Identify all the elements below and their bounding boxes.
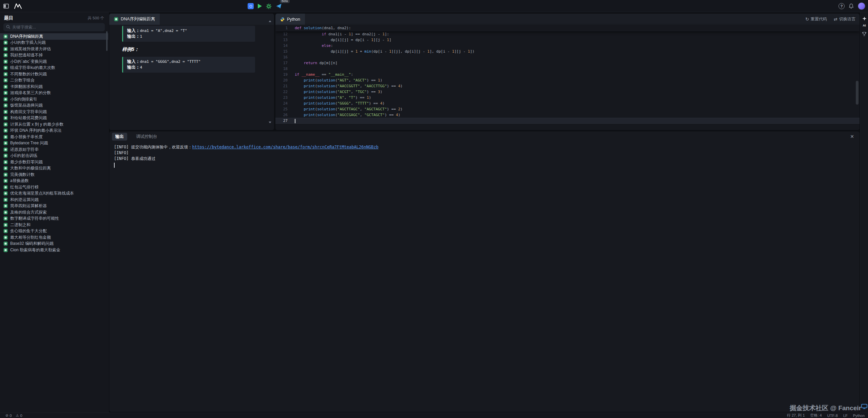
code-text: print(solution("AACCGGTT", "AACCTTGG") =… [288,83,403,89]
sidebar-item[interactable]: 最大相等分割红包金额 [0,234,108,241]
sidebar-item[interactable]: 完美偶数计数 [0,171,108,178]
problem-icon [3,166,8,170]
settings-button[interactable] [266,3,272,9]
search-box[interactable] [3,23,105,31]
scroll-up-icon[interactable] [269,20,271,22]
sample-row: 输入：dna1 = "A",dna2 = "T" [127,28,251,34]
sidebar-toggle-icon[interactable] [3,4,9,8]
language-mode[interactable]: Python [853,414,865,418]
sidebar-item[interactable]: 卡牌翻面求和问题 [0,84,108,90]
sidebar-item[interactable]: 和的逆运算问题 [0,197,108,203]
sidebar-item[interactable]: 小S的倒排索引 [0,96,108,103]
notifications-icon[interactable] [849,3,854,9]
warnings-count[interactable]: 0 [20,414,22,418]
encoding[interactable]: UTF-8 [827,414,838,418]
code-line: 27 [275,118,860,124]
sidebar-item[interactable]: 还原原始字符串 [0,146,108,153]
sidebar-item[interactable]: 环状 DNA 序列的最小表示法 [0,128,108,134]
problem-icon [3,110,8,114]
indentation[interactable]: 空格: 4 [810,413,822,418]
switch-language-icon: ⇄ [834,17,837,22]
sidebar-item-label: 游戏排名第三大的分数 [10,90,51,96]
sidebar-item[interactable]: 游戏英雄升级潜力评估 [0,46,108,52]
sidebar-item[interactable]: 简单四则运算解析器 [0,203,108,210]
cursor-position[interactable]: 行 27, 列 1 [787,413,805,418]
avatar[interactable] [858,2,865,10]
sample-row: 输出：1 [127,34,251,39]
screen-share-button[interactable] [861,404,868,411]
app-logo[interactable] [14,3,22,9]
preview-button[interactable] [248,3,254,9]
statusbar: ⊘ 0 ⚠ 0 行 27, 列 1 空格: 4 UTF-8 LF Python [0,413,868,418]
sidebar-title: 题目 [4,15,13,21]
sidebar-item[interactable]: 小U的数字插入问题 [0,40,108,46]
reset-icon: ↻ [805,17,809,22]
problem-icon [3,185,8,189]
sidebar-item[interactable]: 我好想逃却逃不掉 [0,52,108,59]
contest-button[interactable] [861,32,868,38]
share-button[interactable] [276,3,282,9]
sidebar-item-label: 红包运气排行榜 [10,184,39,190]
tab-problem[interactable]: DNA序列编辑距离 [109,14,160,25]
sidebar-item[interactable]: 贪心猫的鱼干大分配 [0,228,108,235]
switch-language-button[interactable]: ⇄ 切换语言 [834,16,855,22]
problem-list: DNA序列编辑距离小U的数字插入问题游戏英雄升级潜力评估我好想逃却逃不掉小D的`… [0,33,108,253]
sidebar-item[interactable]: 最少步数归零问题 [0,159,108,165]
close-icon[interactable]: ✕ [850,134,854,139]
sidebar-item-label: 构造回文字符串问题 [10,109,47,115]
scroll-down-icon[interactable] [269,122,271,123]
sidebar-item-label: 二进制之和 [10,222,31,228]
editor-scrollbar[interactable] [856,81,859,105]
sidebar-item[interactable]: 饭馆菜品选择问题 [0,103,108,109]
sidebar-item[interactable]: 及格的组合方式探索 [0,209,108,216]
errors-icon[interactable]: ⊘ [5,414,8,417]
sidebar-item[interactable]: 数字翻译成字符串的可能性 [0,216,108,222]
sidebar-item-label: 还原原始字符串 [10,147,39,152]
reset-code-button[interactable]: ↻ 重置代码 [805,16,827,22]
code-area[interactable]: 1 def solution(dna1, dna2): 12 if dna1[i… [275,25,860,130]
sidebar-item[interactable]: Bytedance Tree 问题 [0,140,108,147]
errors-count[interactable]: 0 [9,414,12,418]
sidebar-item[interactable]: 小E的射击训练 [0,153,108,159]
eol[interactable]: LF [843,414,848,418]
sidebar-item[interactable]: 构造回文字符串问题 [0,109,108,115]
tab-debug-console[interactable]: 调试控制台 [133,133,161,141]
sidebar-scrollbar[interactable] [106,31,108,51]
sidebar-item[interactable]: 红包运气排行榜 [0,184,108,190]
code-line: 16 [275,54,860,60]
sidebar-item[interactable]: 游戏排名第三大的分数 [0,90,108,96]
problem-icon [3,66,8,70]
line-number: 20 [275,77,288,83]
ai-assistant-button[interactable]: AI [861,12,868,27]
sidebar-item[interactable]: 大数和中的极值位距离 [0,165,108,172]
line-number: 23 [275,95,288,101]
search-input[interactable] [12,25,102,30]
console-link[interactable]: https://bytedance.larkoffice.com/share/b… [192,145,379,149]
sidebar-item[interactable]: 优化青海湖至景点X的租车路线成本 [0,190,108,197]
help-icon[interactable]: ? [838,3,845,9]
sidebar-item[interactable]: 计算从位置 x 到 y 的最少步数 [0,121,108,128]
sidebar-item[interactable]: DNA序列编辑距离 [0,33,108,40]
sidebar-item[interactable]: 二进制之和 [0,222,108,228]
tab-python[interactable]: Python [275,14,305,25]
tab-output[interactable]: 输出 [112,133,127,141]
problem-icon [3,241,8,246]
sidebar-item[interactable]: 小D的`abc`变换问题 [0,58,108,65]
sidebar-item-label: 小U的数字插入问题 [10,40,46,46]
sidebar-item[interactable]: a替换函数 [0,178,108,184]
sidebar-item[interactable]: Base32 编码和解码问题 [0,241,108,247]
problem-file-icon [114,17,118,21]
code-line: 23 print(solution("A", "T") == 1) [275,95,860,101]
sidebar-item[interactable]: Cion 勒索病毒的最大勒索金 [0,247,108,253]
problem-icon [3,248,8,252]
sidebar-item[interactable]: 最小替换子串长度 [0,134,108,140]
code-line: 21 print(solution("AACCGGTT", "AACCTTGG"… [275,83,860,89]
warnings-icon[interactable]: ⚠ [16,414,19,417]
sidebar-item[interactable]: 二分数字组合 [0,77,108,84]
run-button[interactable] [258,4,262,8]
sidebar-item[interactable]: 不同整数的计数问题 [0,71,108,77]
sidebar-item[interactable]: 组成字符串ku的最大次数 [0,65,108,71]
sidebar-item-label: DNA序列编辑距离 [10,34,43,39]
sidebar-item[interactable]: 补给站最优花费问题 [0,115,108,122]
problem-icon [3,103,8,108]
